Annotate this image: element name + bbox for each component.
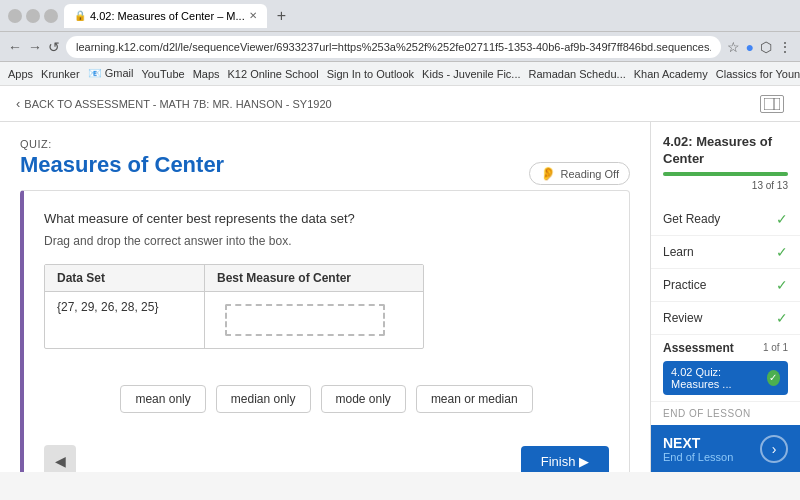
assessment-count: 1 of 1 bbox=[763, 342, 788, 353]
drag-instruction: Drag and drop the correct answer into th… bbox=[44, 234, 609, 248]
menu-icon[interactable]: ⋮ bbox=[778, 39, 792, 55]
app-container: ‹ BACK TO ASSESSMENT - MATH 7B: MR. HANS… bbox=[0, 86, 800, 472]
content-layout: QUIZ: Measures of Center 👂 Reading Off W… bbox=[0, 122, 800, 472]
bookmark-ramadan[interactable]: Ramadan Schedu... bbox=[529, 68, 626, 80]
quiz-label: QUIZ: bbox=[20, 138, 630, 150]
table-row: {27, 29, 26, 28, 25} bbox=[45, 292, 423, 348]
assessment-section: Assessment 1 of 1 4.02 Quiz: Measures ..… bbox=[651, 335, 800, 402]
top-nav: ‹ BACK TO ASSESSMENT - MATH 7B: MR. HANS… bbox=[0, 86, 800, 122]
check-icon-review: ✓ bbox=[776, 310, 788, 326]
ear-icon: 👂 bbox=[540, 166, 556, 181]
end-of-lesson-label: END OF LESSON bbox=[651, 402, 800, 425]
next-arrow-icon: › bbox=[760, 435, 788, 463]
sidebar-item-get-ready[interactable]: Get Ready ✓ bbox=[651, 203, 800, 236]
svg-rect-0 bbox=[764, 98, 780, 110]
tab-title: 4.02: Measures of Center – M... bbox=[90, 10, 245, 22]
bookmark-khan[interactable]: Khan Academy bbox=[634, 68, 708, 80]
bookmark-apps[interactable]: Apps bbox=[8, 68, 33, 80]
sidebar-item-practice-label: Practice bbox=[663, 278, 706, 292]
drop-zone[interactable] bbox=[225, 304, 385, 336]
bookmark-outlook[interactable]: Sign In to Outlook bbox=[327, 68, 414, 80]
bookmark-maps[interactable]: Maps bbox=[193, 68, 220, 80]
assessment-label: Assessment bbox=[663, 341, 734, 355]
reading-toggle-label: Reading Off bbox=[560, 168, 619, 180]
next-sublabel: End of Lesson bbox=[663, 451, 733, 463]
answer-choices: mean only median only mode only mean or … bbox=[44, 385, 609, 413]
next-text: NEXT End of Lesson bbox=[663, 435, 733, 463]
back-nav-icon[interactable]: ← bbox=[8, 39, 22, 55]
progress-bar-bg bbox=[663, 172, 788, 176]
bookmarks-bar: Apps Krunker 📧 Gmail YouTube Maps K12 On… bbox=[0, 62, 800, 86]
answer-chip-mean-only[interactable]: mean only bbox=[120, 385, 205, 413]
back-link-text: BACK TO ASSESSMENT - MATH 7B: MR. HANSON… bbox=[24, 98, 331, 110]
sidebar-item-review[interactable]: Review ✓ bbox=[651, 302, 800, 335]
bookmark-classics[interactable]: Classics for Youn... bbox=[716, 68, 800, 80]
bookmark-gmail[interactable]: 📧 Gmail bbox=[88, 67, 134, 80]
finish-button[interactable]: Finish ▶ bbox=[521, 446, 609, 473]
browser-close[interactable] bbox=[8, 9, 22, 23]
sidebar-item-get-ready-label: Get Ready bbox=[663, 212, 720, 226]
assessment-item-label: 4.02 Quiz: Measures ... bbox=[671, 366, 767, 390]
tab-close-icon[interactable]: ✕ bbox=[249, 10, 257, 21]
table-header-dataset: Data Set bbox=[45, 265, 205, 291]
sidebar-toggle[interactable] bbox=[760, 95, 784, 113]
sidebar-item-practice[interactable]: Practice ✓ bbox=[651, 269, 800, 302]
table-cell-dataset: {27, 29, 26, 28, 25} bbox=[45, 292, 205, 348]
sidebar-item-learn[interactable]: Learn ✓ bbox=[651, 236, 800, 269]
sidebar-item-learn-label: Learn bbox=[663, 245, 694, 259]
bookmark-krunker[interactable]: Krunker bbox=[41, 68, 80, 80]
assessment-item[interactable]: 4.02 Quiz: Measures ... ✓ bbox=[663, 361, 788, 395]
table-cell-answer[interactable] bbox=[205, 292, 405, 348]
next-label: NEXT bbox=[663, 435, 733, 451]
question-text: What measure of center best represents t… bbox=[44, 211, 609, 226]
nav-buttons: ◀ Finish ▶ bbox=[44, 437, 609, 472]
browser-tab-bar: 🔒 4.02: Measures of Center – M... ✕ + bbox=[0, 0, 800, 32]
table-header-measure: Best Measure of Center bbox=[205, 265, 365, 291]
right-sidebar: 4.02: Measures of Center 13 of 13 Get Re… bbox=[650, 122, 800, 472]
check-icon-practice: ✓ bbox=[776, 277, 788, 293]
reload-icon[interactable]: ↺ bbox=[48, 39, 60, 55]
progress-bar-fill bbox=[663, 172, 788, 176]
bookmark-youtube[interactable]: YouTube bbox=[141, 68, 184, 80]
progress-container: 13 of 13 bbox=[651, 172, 800, 191]
browser-maximize[interactable] bbox=[44, 9, 58, 23]
bookmark-k12[interactable]: K12 Online School bbox=[228, 68, 319, 80]
data-table: Data Set Best Measure of Center {27, 29,… bbox=[44, 264, 424, 349]
assessment-item-check-icon: ✓ bbox=[767, 370, 780, 386]
progress-label: 13 of 13 bbox=[663, 180, 788, 191]
next-section[interactable]: NEXT End of Lesson › bbox=[651, 425, 800, 472]
table-header-row: Data Set Best Measure of Center bbox=[45, 265, 423, 292]
answer-chip-mean-or-median[interactable]: mean or median bbox=[416, 385, 533, 413]
quiz-card: What measure of center best represents t… bbox=[20, 190, 630, 472]
profile-icon[interactable]: ● bbox=[746, 39, 754, 55]
check-icon-learn: ✓ bbox=[776, 244, 788, 260]
browser-minimize[interactable] bbox=[26, 9, 40, 23]
new-tab-icon[interactable]: + bbox=[277, 7, 286, 25]
forward-nav-icon[interactable]: → bbox=[28, 39, 42, 55]
reading-toggle[interactable]: 👂 Reading Off bbox=[529, 162, 630, 185]
answer-chip-median-only[interactable]: median only bbox=[216, 385, 311, 413]
layout-icon bbox=[764, 98, 780, 110]
prev-button[interactable]: ◀ bbox=[44, 445, 76, 472]
address-input[interactable] bbox=[66, 36, 721, 58]
sidebar-item-review-label: Review bbox=[663, 311, 702, 325]
extensions-icon[interactable]: ⬡ bbox=[760, 39, 772, 55]
bookmark-kids[interactable]: Kids - Juvenile Fic... bbox=[422, 68, 520, 80]
address-bar: ← → ↺ ☆ ● ⬡ ⋮ bbox=[0, 32, 800, 62]
check-icon-get-ready: ✓ bbox=[776, 211, 788, 227]
answer-chip-mode-only[interactable]: mode only bbox=[321, 385, 406, 413]
assessment-header: Assessment 1 of 1 bbox=[663, 341, 788, 355]
back-link[interactable]: ‹ BACK TO ASSESSMENT - MATH 7B: MR. HANS… bbox=[16, 96, 332, 111]
sidebar-course-title: 4.02: Measures of Center bbox=[651, 134, 800, 172]
browser-controls bbox=[8, 9, 58, 23]
browser-tab[interactable]: 🔒 4.02: Measures of Center – M... ✕ bbox=[64, 4, 267, 28]
main-area: QUIZ: Measures of Center 👂 Reading Off W… bbox=[0, 122, 650, 472]
back-arrow-icon: ‹ bbox=[16, 96, 20, 111]
bookmark-star-icon[interactable]: ☆ bbox=[727, 39, 740, 55]
